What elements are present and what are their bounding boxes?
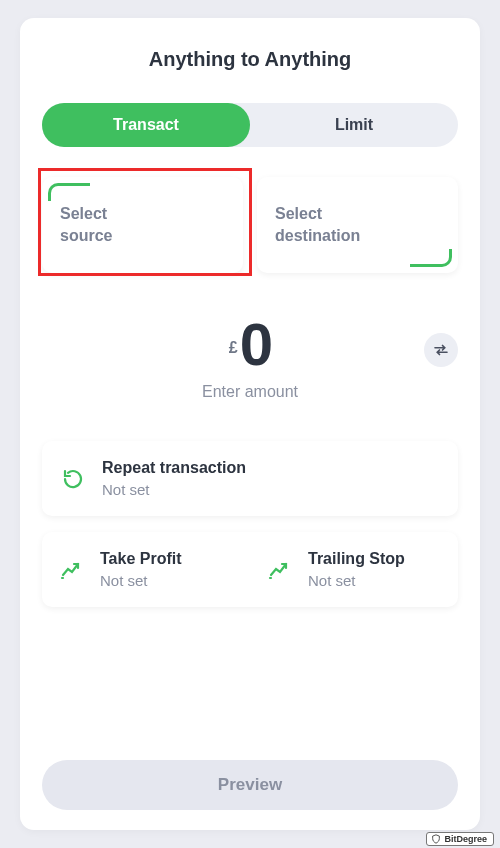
watermark-badge: BitDegree bbox=[426, 832, 494, 846]
trailing-stop-title: Trailing Stop bbox=[308, 550, 405, 568]
take-profit-text: Take Profit Not set bbox=[100, 550, 182, 589]
repeat-icon bbox=[58, 467, 88, 491]
trailing-stop-icon bbox=[264, 558, 294, 582]
repeat-transaction-option[interactable]: Repeat transaction Not set bbox=[42, 441, 458, 516]
corner-accent-icon bbox=[48, 183, 90, 201]
trailing-stop-text: Trailing Stop Not set bbox=[308, 550, 405, 589]
select-source-button[interactable]: Select source bbox=[42, 177, 243, 273]
transact-card: Anything to Anything Transact Limit Sele… bbox=[20, 18, 480, 830]
take-profit-title: Take Profit bbox=[100, 550, 182, 568]
tab-transact[interactable]: Transact bbox=[42, 103, 250, 147]
preview-button[interactable]: Preview bbox=[42, 760, 458, 810]
page-title: Anything to Anything bbox=[42, 48, 458, 71]
amount-area: £0 Enter amount bbox=[42, 315, 458, 401]
corner-accent-icon bbox=[410, 249, 452, 267]
select-source-line2: source bbox=[60, 227, 112, 244]
select-source-line1: Select bbox=[60, 205, 107, 222]
repeat-text: Repeat transaction Not set bbox=[102, 459, 246, 498]
take-profit-option[interactable]: Take Profit Not set bbox=[42, 532, 250, 607]
asset-select-row: Select source Select destination bbox=[42, 177, 458, 273]
profit-stop-row: Take Profit Not set Trailing Stop Not se… bbox=[42, 532, 458, 607]
tab-limit[interactable]: Limit bbox=[250, 103, 458, 147]
swap-icon bbox=[432, 341, 450, 359]
repeat-sub: Not set bbox=[102, 481, 246, 498]
swap-button[interactable] bbox=[424, 333, 458, 367]
trailing-stop-option[interactable]: Trailing Stop Not set bbox=[250, 532, 458, 607]
trailing-stop-sub: Not set bbox=[308, 572, 405, 589]
order-type-tabs: Transact Limit bbox=[42, 103, 458, 147]
take-profit-sub: Not set bbox=[100, 572, 182, 589]
watermark-text: BitDegree bbox=[444, 834, 487, 844]
select-destination-label: Select destination bbox=[275, 203, 440, 246]
select-destination-line2: destination bbox=[275, 227, 360, 244]
select-destination-line1: Select bbox=[275, 205, 322, 222]
repeat-title: Repeat transaction bbox=[102, 459, 246, 477]
select-source-label: Select source bbox=[60, 203, 225, 246]
currency-symbol: £ bbox=[229, 339, 238, 356]
take-profit-icon bbox=[56, 558, 86, 582]
select-destination-button[interactable]: Select destination bbox=[257, 177, 458, 273]
shield-icon bbox=[431, 834, 441, 844]
amount-display[interactable]: £0 bbox=[42, 315, 458, 375]
amount-hint: Enter amount bbox=[42, 383, 458, 401]
amount-value: 0 bbox=[240, 311, 271, 378]
